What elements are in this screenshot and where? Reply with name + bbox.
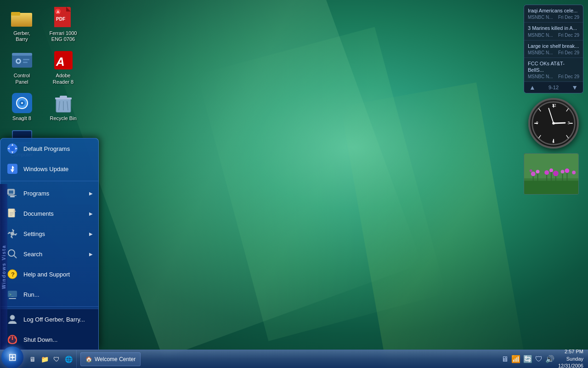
clock-date: 12/31/2006 — [558, 362, 583, 368]
svg-point-76 — [536, 170, 540, 174]
svg-text:9: 9 — [536, 121, 538, 125]
menu-item-settings[interactable]: Settings ▶ — [0, 224, 98, 244]
settings-arrow: ▶ — [89, 231, 93, 236]
taskbar-item-welcome-center[interactable]: 🏠 Welcome Center — [80, 352, 141, 366]
svg-text:A: A — [56, 55, 65, 69]
svg-rect-51 — [9, 298, 16, 299]
news-source-3: MSNBC N... Fri Dec 29 — [528, 74, 579, 79]
news-title-0: Iraqi Americans cele... — [528, 7, 579, 14]
programs-icon — [6, 187, 19, 200]
svg-rect-36 — [9, 190, 13, 194]
snagit-icon[interactable]: SnagIt 8 — [5, 90, 39, 124]
clock-day: Sunday — [558, 356, 583, 362]
control-panel-icon[interactable]: Control Panel — [5, 47, 39, 87]
vista-sidebar-strip: Windows Vista — [0, 184, 7, 350]
svg-point-77 — [530, 170, 532, 172]
svg-line-46 — [14, 255, 17, 258]
windows-update-icon — [6, 162, 19, 175]
menu-item-programs[interactable]: Programs ▶ — [0, 183, 98, 203]
news-prev-button[interactable]: ▲ — [528, 84, 537, 91]
news-item-0[interactable]: Iraqi Americans cele... MSNBC N... Fri D… — [524, 5, 583, 23]
tray-icons: 🖥 📶 🔄 🛡 🔊 — [501, 355, 554, 363]
settings-icon — [6, 227, 19, 240]
taskbar-active-items: 🏠 Welcome Center — [77, 350, 497, 368]
tray-network-icon[interactable]: 📶 — [511, 355, 520, 363]
start-orb — [1, 346, 23, 368]
snagit-label: SnagIt 8 — [12, 115, 31, 121]
menu-item-windows-update[interactable]: Windows Update — [0, 159, 98, 179]
shutdown-label: Shut Down... — [23, 336, 93, 343]
svg-rect-38 — [10, 196, 15, 197]
default-programs-label: Default Programs — [23, 145, 93, 152]
menu-separator-1 — [0, 181, 98, 181]
programs-arrow: ▶ — [89, 191, 93, 196]
pdf-icon-ferrari[interactable]: PDF A Ferrari 1000 ENG 0706 — [46, 5, 80, 45]
quick-folder[interactable]: 📁 — [39, 354, 50, 365]
news-item-2[interactable]: Large ice shelf break... MSNBC N... Fri … — [524, 40, 583, 58]
svg-text:3: 3 — [568, 121, 570, 125]
svg-point-82 — [565, 169, 570, 173]
system-tray: 🖥 📶 🔄 🛡 🔊 2:57 PM Sunday 12/31/2006 — [497, 350, 588, 368]
svg-line-69 — [554, 123, 565, 124]
taskbar: 🖥 📁 🛡 🌐 🏠 Welcome Center 🖥 📶 🔄 🛡 🔊 2:57 … — [0, 350, 588, 368]
settings-label: Settings — [23, 230, 85, 237]
pdf-image: PDF A — [52, 7, 74, 29]
tray-monitor-icon[interactable]: 🖥 — [501, 355, 509, 363]
news-controls: ▲ 9-12 ▼ — [524, 82, 583, 93]
system-clock[interactable]: 2:57 PM Sunday 12/31/2006 — [558, 348, 583, 368]
tray-security-icon[interactable]: 🛡 — [535, 355, 543, 363]
control-panel-image — [11, 49, 33, 71]
recycle-bin-label: Recycle Bin — [50, 115, 76, 121]
icon-row-1: Gerber, Barry PDF A Ferrari 1000 ENG 070… — [5, 5, 80, 45]
tray-volume-icon[interactable]: 🔊 — [545, 355, 554, 363]
news-next-button[interactable]: ▼ — [570, 84, 579, 91]
recycle-bin-icon[interactable]: Recycle Bin — [46, 90, 80, 124]
menu-item-logoff[interactable]: Log Off Gerber, Barry... — [0, 309, 98, 329]
bg-streak-3 — [341, 82, 532, 368]
icon-row-2: Control Panel A Adobe Reader 8 — [5, 47, 80, 87]
adobe-reader-icon[interactable]: A Adobe Reader 8 — [46, 47, 80, 87]
quick-security[interactable]: 🛡 — [51, 354, 62, 365]
svg-point-33 — [10, 146, 15, 151]
svg-point-80 — [553, 171, 559, 177]
snagit-image — [11, 92, 33, 114]
quick-launch-area: 🖥 📁 🛡 🌐 — [25, 350, 77, 368]
right-widgets-area: Iraqi Americans cele... MSNBC N... Fri D… — [524, 5, 583, 195]
menu-item-search[interactable]: Search ▶ — [0, 244, 98, 264]
news-widget: Iraqi Americans cele... MSNBC N... Fri D… — [524, 5, 583, 93]
menu-item-run[interactable]: >_ Run... — [0, 284, 98, 305]
news-item-1[interactable]: 3 Marines killed in A... MSNBC N... Fri … — [524, 23, 583, 40]
quick-ie[interactable]: 🌐 — [63, 354, 74, 365]
start-menu: Default Programs Windows Update P — [0, 138, 99, 350]
menu-item-help[interactable]: ? Help and Support — [0, 264, 98, 284]
news-item-3[interactable]: FCC OKs AT&T-BellS... MSNBC N... Fri Dec… — [524, 58, 583, 82]
svg-point-71 — [552, 122, 555, 125]
svg-point-75 — [531, 172, 536, 177]
svg-rect-13 — [23, 59, 29, 60]
news-page-indicator: 9-12 — [548, 85, 559, 90]
quick-show-desktop[interactable]: 🖥 — [27, 354, 38, 365]
shutdown-icon — [6, 333, 19, 346]
help-label: Help and Support — [23, 271, 93, 278]
menu-item-documents[interactable]: Documents ▶ — [0, 203, 98, 224]
adobe-label: Adobe Reader 8 — [53, 73, 74, 85]
svg-point-83 — [572, 171, 576, 175]
tray-sync-icon[interactable]: 🔄 — [523, 355, 532, 363]
svg-rect-40 — [8, 209, 14, 211]
start-button[interactable] — [0, 350, 25, 368]
clock-time: 2:57 PM — [558, 348, 583, 355]
desktop-icons-area: Gerber, Barry PDF A Ferrari 1000 ENG 070… — [5, 5, 80, 160]
windows-update-label: Windows Update — [23, 166, 93, 172]
documents-arrow: ▶ — [89, 211, 93, 216]
logoff-label: Log Off Gerber, Barry... — [23, 316, 93, 323]
clock-widget: 12 3 6 9 — [524, 98, 583, 149]
news-source-2: MSNBC N... Fri Dec 29 — [528, 50, 579, 55]
icon-row-3: SnagIt 8 Recycle Bin — [5, 90, 80, 124]
search-arrow: ▶ — [89, 252, 93, 257]
menu-item-default-programs[interactable]: Default Programs — [0, 138, 98, 159]
pdf-label-ferrari: Ferrari 1000 ENG 0706 — [50, 30, 77, 42]
svg-point-52 — [10, 315, 15, 320]
photo-image — [524, 154, 578, 194]
svg-rect-23 — [60, 96, 67, 98]
folder-icon-gerber[interactable]: Gerber, Barry — [5, 5, 39, 45]
